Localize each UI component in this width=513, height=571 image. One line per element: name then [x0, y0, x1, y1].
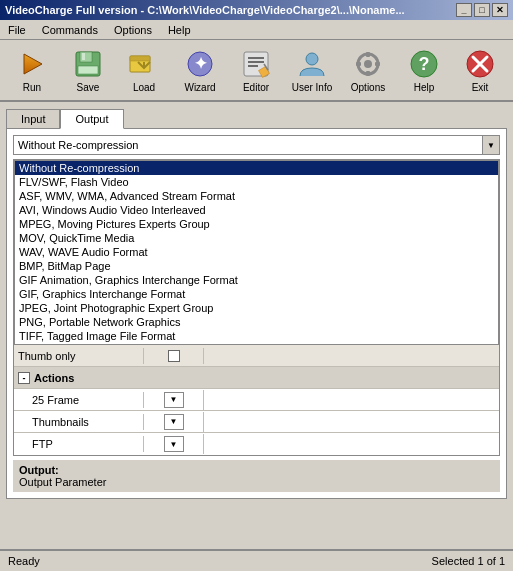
- format-item[interactable]: GIF Animation, Graphics Interchange Form…: [15, 273, 498, 287]
- save-label: Save: [77, 82, 100, 93]
- svg-point-17: [364, 60, 372, 68]
- svg-rect-20: [356, 62, 361, 66]
- help-label: Help: [414, 82, 435, 93]
- svg-rect-21: [375, 62, 380, 66]
- user-info-label: User Info: [292, 82, 333, 93]
- svg-point-15: [306, 53, 318, 65]
- thumb-only-row: Thumb only: [14, 345, 499, 367]
- options-icon: [352, 48, 384, 80]
- action-ftp-dropdown-btn[interactable]: ▼: [164, 436, 184, 452]
- tab-bar: Input Output: [6, 108, 507, 128]
- format-item[interactable]: WAV, WAVE Audio Format: [15, 245, 498, 259]
- format-item[interactable]: FLV/SWF, Flash Video: [15, 175, 498, 189]
- editor-label: Editor: [243, 82, 269, 93]
- options-label: Options: [351, 82, 385, 93]
- maximize-button[interactable]: □: [474, 3, 490, 17]
- run-button[interactable]: Run: [6, 44, 58, 96]
- action-row-25frame: 25 Frame ▼: [14, 389, 499, 411]
- thumb-only-label: Thumb only: [14, 348, 144, 364]
- format-item[interactable]: PNG, Portable Network Graphics: [15, 315, 498, 329]
- minimize-button[interactable]: _: [456, 3, 472, 17]
- svg-marker-0: [24, 54, 42, 74]
- output-title: Output:: [19, 464, 494, 476]
- output-description: Output Parameter: [19, 476, 494, 488]
- load-button[interactable]: Load: [118, 44, 170, 96]
- svg-text:?: ?: [419, 54, 430, 74]
- action-25frame-dropdown[interactable]: ▼: [144, 390, 204, 410]
- format-item[interactable]: JPEG, Joint Photographic Expert Group: [15, 301, 498, 315]
- action-25frame-extra: [204, 398, 499, 402]
- action-25frame-label: 25 Frame: [14, 392, 144, 408]
- action-thumbnails-label: Thumbnails: [14, 414, 144, 430]
- save-button[interactable]: Save: [62, 44, 114, 96]
- output-info: Output: Output Parameter: [13, 460, 500, 492]
- wizard-label: Wizard: [184, 82, 215, 93]
- format-actions-block: Without Re-compressionFLV/SWF, Flash Vid…: [13, 159, 500, 456]
- format-list[interactable]: Without Re-compressionFLV/SWF, Flash Vid…: [14, 160, 499, 345]
- menu-options[interactable]: Options: [110, 23, 156, 37]
- exit-icon: [464, 48, 496, 80]
- format-dropdown-input[interactable]: [13, 135, 500, 155]
- actions-header: - Actions: [14, 367, 499, 389]
- svg-rect-2: [80, 52, 92, 62]
- title-bar: VideoCharge Full version - C:\Work\Video…: [0, 0, 513, 20]
- action-thumbnails-extra: [204, 420, 499, 424]
- thumb-only-checkbox[interactable]: [168, 350, 180, 362]
- format-item[interactable]: BMP, BitMap Page: [15, 259, 498, 273]
- exit-button[interactable]: Exit: [454, 44, 506, 96]
- action-ftp-dropdown[interactable]: ▼: [144, 434, 204, 454]
- window-title: VideoCharge Full version - C:\Work\Video…: [5, 4, 405, 16]
- wizard-button[interactable]: ✦ Wizard: [174, 44, 226, 96]
- menu-file[interactable]: File: [4, 23, 30, 37]
- user-info-button[interactable]: User Info: [286, 44, 338, 96]
- status-bar: Ready Selected 1 of 1: [0, 549, 513, 571]
- menu-help[interactable]: Help: [164, 23, 195, 37]
- format-item[interactable]: MPEG, Moving Pictures Experts Group: [15, 217, 498, 231]
- wizard-icon: ✦: [184, 48, 216, 80]
- action-ftp-extra: [204, 442, 499, 446]
- action-25frame-dropdown-btn[interactable]: ▼: [164, 392, 184, 408]
- tab-input[interactable]: Input: [6, 109, 60, 129]
- load-label: Load: [133, 82, 155, 93]
- status-right: Selected 1 of 1: [432, 555, 505, 567]
- menu-bar: File Commands Options Help: [0, 20, 513, 40]
- actions-collapse-icon[interactable]: -: [18, 372, 30, 384]
- format-item[interactable]: MOV, QuickTime Media: [15, 231, 498, 245]
- svg-text:✦: ✦: [194, 55, 208, 72]
- action-thumbnails-dropdown-btn[interactable]: ▼: [164, 414, 184, 430]
- action-row-thumbnails: Thumbnails ▼: [14, 411, 499, 433]
- run-icon: [16, 48, 48, 80]
- close-button[interactable]: ✕: [492, 3, 508, 17]
- svg-rect-6: [130, 56, 150, 61]
- help-icon: ?: [408, 48, 440, 80]
- save-icon: [72, 48, 104, 80]
- format-item[interactable]: ASF, WMV, WMA, Advanced Stream Format: [15, 189, 498, 203]
- format-item[interactable]: Without Re-compression: [15, 161, 498, 175]
- action-thumbnails-dropdown[interactable]: ▼: [144, 412, 204, 432]
- options-button[interactable]: Options: [342, 44, 394, 96]
- format-dropdown-row: ▼: [13, 135, 500, 155]
- help-button[interactable]: ? Help: [398, 44, 450, 96]
- exit-label: Exit: [472, 82, 489, 93]
- format-item[interactable]: TIFF, Tagged Image File Format: [15, 329, 498, 343]
- format-item[interactable]: GIF, Graphics Interchange Format: [15, 287, 498, 301]
- menu-commands[interactable]: Commands: [38, 23, 102, 37]
- actions-label: Actions: [34, 372, 74, 384]
- panel-container: Input Output ▼ Without Re-compressionFLV…: [0, 102, 513, 571]
- editor-icon: [240, 48, 272, 80]
- format-item[interactable]: AVI, Windows Audio Video Interleaved: [15, 203, 498, 217]
- action-row-ftp: FTP ▼: [14, 433, 499, 455]
- main-body: Input Output ▼ Without Re-compressionFLV…: [0, 102, 513, 571]
- action-ftp-label: FTP: [14, 436, 144, 452]
- svg-rect-18: [366, 52, 370, 57]
- run-label: Run: [23, 82, 41, 93]
- format-dropdown-arrow[interactable]: ▼: [482, 135, 500, 155]
- editor-button[interactable]: Editor: [230, 44, 282, 96]
- tab-output[interactable]: Output: [60, 109, 123, 129]
- output-panel: ▼ Without Re-compressionFLV/SWF, Flash V…: [6, 128, 507, 499]
- thumb-only-extra: [204, 354, 499, 358]
- format-dropdown-wrapper: ▼: [13, 135, 500, 155]
- thumb-only-check[interactable]: [144, 348, 204, 364]
- svg-rect-3: [78, 66, 98, 74]
- load-icon: [128, 48, 160, 80]
